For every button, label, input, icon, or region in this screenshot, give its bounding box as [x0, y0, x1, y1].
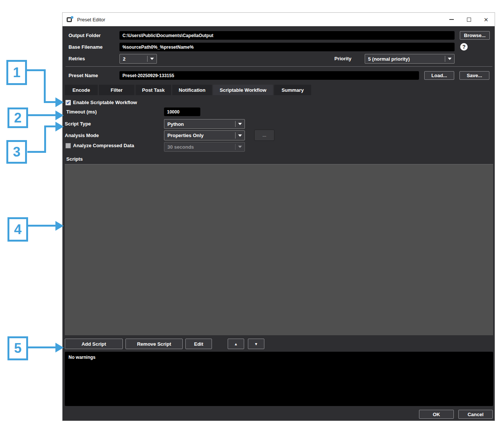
maximize-icon — [467, 18, 471, 22]
ok-button[interactable]: OK — [419, 410, 454, 419]
cancel-button[interactable]: Cancel — [458, 410, 493, 419]
analysis-mode-value: Properties Only — [164, 133, 235, 138]
preset-name-label: Preset Name — [69, 71, 98, 80]
tab-notification[interactable]: Notification — [172, 85, 212, 95]
chevron-down-icon — [448, 58, 452, 60]
callout-1: 1 — [6, 60, 27, 85]
edit-script-button[interactable]: Edit — [185, 339, 212, 349]
output-folder-label: Output Folder — [69, 31, 101, 40]
callout-5-arrowhead — [55, 343, 64, 352]
chevron-down-icon — [238, 146, 242, 148]
priority-dropdown[interactable]: 5 (normal priority) — [365, 54, 455, 64]
minimize-icon — [449, 19, 454, 20]
add-script-button[interactable]: Add Script — [65, 339, 123, 349]
preset-editor-dialog: Preset Editor ✕ Output Folder C:\Users\P… — [62, 12, 495, 421]
app-icon — [67, 16, 73, 23]
retries-dropdown[interactable]: 2 — [119, 54, 157, 64]
script-type-label: Script Type — [65, 119, 91, 129]
callout-2-line — [28, 114, 55, 116]
retries-value: 2 — [120, 56, 147, 62]
warnings-text: No warnings — [69, 355, 95, 360]
close-icon: ✕ — [484, 17, 489, 22]
chevron-down-icon — [238, 123, 242, 125]
timeout-input[interactable]: 10000 — [164, 107, 200, 116]
preset-name-input[interactable]: Preset-20250929-133155 — [119, 71, 419, 80]
analysis-mode-label: Analysis Mode — [65, 130, 99, 140]
callout-3-arrowhead — [55, 122, 64, 131]
analyze-interval-value: 30 seconds — [164, 144, 235, 150]
analysis-mode-dropdown[interactable]: Properties Only — [164, 130, 245, 140]
callout-1-line — [44, 101, 55, 103]
minimize-button[interactable] — [443, 13, 460, 26]
checkmark-icon — [67, 101, 70, 104]
close-button[interactable]: ✕ — [477, 13, 495, 26]
callout-5: 5 — [7, 336, 28, 360]
move-up-button[interactable]: ▲ — [228, 339, 244, 349]
analyze-compressed-data-checkbox[interactable] — [66, 143, 71, 148]
enable-scriptable-workflow-checkbox[interactable] — [66, 100, 71, 105]
analysis-mode-more-button[interactable]: ... — [254, 130, 274, 141]
base-filename-input[interactable]: %sourcePath0%_%presetName% — [119, 43, 455, 51]
tab-summary[interactable]: Summary — [274, 85, 311, 95]
help-icon[interactable]: ? — [460, 43, 468, 51]
warnings-panel: No warnings — [65, 352, 493, 406]
separator — [66, 66, 492, 67]
callout-3-line — [44, 125, 55, 127]
script-type-dropdown[interactable]: Python — [164, 119, 245, 129]
script-type-value: Python — [164, 121, 235, 127]
callout-3: 3 — [6, 140, 27, 164]
page: Preset Editor ✕ Output Folder C:\Users\P… — [0, 0, 504, 427]
enable-scriptable-workflow-label: Enable Scriptable Workflow — [73, 100, 137, 105]
callout-5-line — [28, 346, 55, 348]
maximize-button[interactable] — [460, 13, 477, 26]
tab-post-task[interactable]: Post Task — [136, 85, 171, 95]
move-down-button[interactable]: ▼ — [248, 339, 264, 349]
analyze-compressed-data-label: Analyze Compressed Data — [73, 143, 134, 148]
callout-2-arrowhead — [55, 110, 64, 120]
base-filename-label: Base Filename — [69, 43, 103, 51]
tab-scriptable-workflow[interactable]: Scriptable Workflow — [213, 85, 273, 95]
save-button[interactable]: Save... — [459, 71, 489, 80]
callout-4: 4 — [7, 217, 28, 242]
retries-label: Retries — [69, 54, 85, 64]
callout-1-arrowhead — [55, 97, 64, 107]
remove-script-button[interactable]: Remove Script — [125, 339, 183, 349]
callout-4-arrowhead — [55, 221, 64, 231]
callout-4-line — [28, 225, 55, 227]
scripts-list[interactable] — [65, 164, 493, 335]
window-title: Preset Editor — [77, 17, 105, 22]
browse-button[interactable]: Browse... — [460, 31, 490, 40]
callout-1-line — [44, 69, 46, 103]
tab-encode[interactable]: Encode — [65, 85, 98, 95]
priority-label: Priority — [334, 54, 352, 64]
scripts-label: Scripts — [66, 156, 83, 162]
titlebar[interactable]: Preset Editor ✕ — [63, 13, 495, 26]
priority-value: 5 (normal priority) — [365, 56, 445, 62]
output-folder-input[interactable]: C:\Users\Public\Documents\CapellaOutput — [119, 31, 455, 40]
timeout-label: Timeout (ms) — [66, 107, 97, 116]
chevron-down-icon — [238, 134, 242, 137]
load-button[interactable]: Load... — [424, 71, 454, 80]
analyze-interval-dropdown: 30 seconds — [164, 142, 245, 152]
tab-filter[interactable]: Filter — [99, 85, 134, 95]
callout-1-line — [27, 69, 46, 71]
chevron-down-icon — [150, 58, 154, 60]
callout-3-line — [44, 125, 46, 153]
callout-2: 2 — [7, 107, 28, 128]
callout-3-line — [27, 151, 46, 153]
